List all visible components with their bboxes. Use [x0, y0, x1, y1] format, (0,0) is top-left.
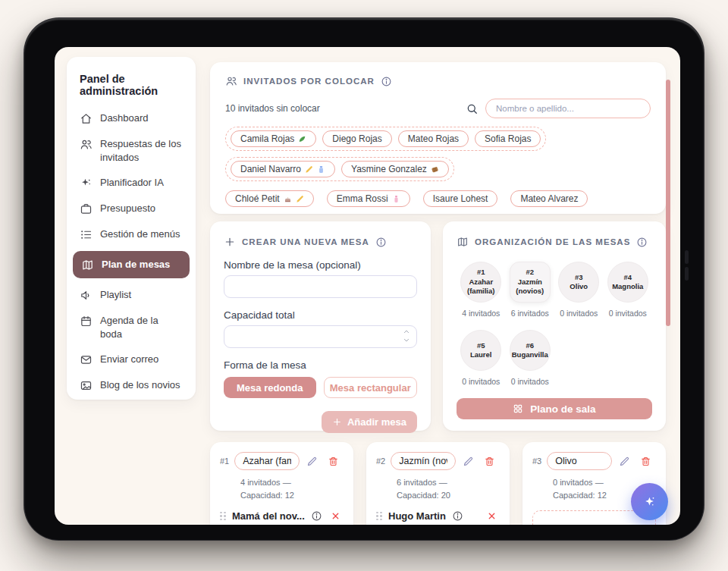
menu-list-icon [80, 228, 93, 241]
guest-chip[interactable]: Sofia Rojas [475, 130, 541, 147]
edit-table-button[interactable] [306, 456, 318, 467]
ai-assistant-fab[interactable] [631, 483, 668, 520]
guests-panel-title: INVITADOS POR COLOCAR [243, 77, 375, 86]
guest-chip-label: Sofia Rojas [485, 133, 531, 144]
table-tile-3[interactable]: #3 Olivo 0 invitados [554, 262, 604, 318]
add-table-button[interactable]: Añadir mesa [322, 411, 417, 433]
table-number: #2 [526, 268, 534, 277]
info-icon[interactable] [375, 237, 387, 248]
guest-family-group: Daniel Navarro Yasmine Gonzalez [225, 157, 454, 181]
guest-chip[interactable]: Diego Rojas [322, 130, 391, 147]
edit-table-button[interactable] [619, 456, 630, 467]
sidebar-item-enviar-correo[interactable]: Enviar correo [80, 353, 183, 366]
pencil-icon [619, 456, 630, 467]
table-guest-count: 0 invitados [462, 377, 500, 386]
table-name-input[interactable] [224, 275, 417, 298]
floor-plan-button-label: Plano de sala [530, 403, 595, 415]
table-card-name-input[interactable] [547, 452, 612, 470]
number-stepper[interactable] [403, 328, 410, 344]
sidebar-item-presupuesto[interactable]: Presupuesto [80, 202, 183, 215]
trash-icon [484, 456, 495, 467]
guest-chip[interactable]: Emma Rossi [327, 190, 410, 207]
organization-header: ORGANIZACIÓN DE LAS MESAS [457, 236, 652, 248]
tablet-volume-button [685, 267, 689, 281]
organization-title: ORGANIZACIÓN DE LAS MESAS [475, 237, 630, 246]
home-icon [80, 112, 93, 125]
sidebar-item-label: Planificador IA [100, 176, 164, 190]
table-subname: (familia) [467, 287, 494, 296]
image-icon [80, 379, 93, 392]
sidebar-item-label: Enviar correo [100, 353, 158, 366]
guest-chip[interactable]: Camila Rojas [231, 130, 316, 147]
sidebar-item-playlist[interactable]: Playlist [80, 288, 183, 302]
guest-chip[interactable]: Daniel Navarro [231, 161, 335, 177]
table-tile-1[interactable]: #1 Azahar (familia) 4 invitados [457, 262, 506, 318]
remove-guest-icon[interactable] [331, 511, 340, 521]
delete-table-button[interactable] [484, 456, 495, 467]
guest-chip-label: Camila Rojas [240, 133, 294, 144]
guest-chip-label: Mateo Rojas [408, 133, 459, 144]
floor-plan-button[interactable]: Plano de sala [457, 398, 652, 419]
sidebar-item-gestion-menus[interactable]: Gestión de menús [80, 227, 183, 241]
remove-guest-icon[interactable] [487, 511, 497, 521]
sidebar-item-label: Agenda de la boda [100, 314, 183, 340]
tables-grid: #1 Azahar (familia) 4 invitados #2 Jazmí… [457, 262, 652, 386]
table-name-label: Nombre de la mesa (opcional) [224, 259, 417, 271]
guest-chip[interactable]: Mateo Alvarez [510, 190, 588, 207]
guest-family-group: Camila Rojas Diego Rojas Mateo Rojas Sof… [225, 127, 546, 151]
info-icon[interactable] [311, 510, 322, 522]
unplaced-guests-count: 10 invitados sin colocar [225, 103, 320, 114]
sidebar-item-dashboard[interactable]: Dashboard [80, 111, 183, 125]
capacity-input[interactable] [224, 325, 417, 348]
table-tile-2[interactable]: #2 Jazmín (novios) 6 invitados [506, 262, 555, 318]
rectangular-table-button[interactable]: Mesa rectangular [324, 377, 418, 398]
scrollbar[interactable] [666, 80, 670, 326]
table-card-name-input[interactable] [234, 452, 300, 470]
info-icon[interactable] [381, 76, 392, 87]
info-icon[interactable] [452, 510, 463, 522]
sidebar: Panel de administración Dashboard Respue… [67, 57, 196, 400]
guest-single-chips-row: Chloé Petit Emma Rossi Isaure Lohest Mat… [225, 187, 588, 210]
delete-table-button[interactable] [328, 456, 339, 467]
table-tile-6[interactable]: #6 Buganvilla 0 invitados [506, 330, 555, 386]
seated-guest-row[interactable]: Hugo Martin [376, 510, 500, 522]
table-card-name-input[interactable] [391, 452, 456, 470]
sidebar-item-respuestas[interactable]: Respuestas de los invitados [80, 137, 183, 164]
guest-search-input[interactable] [485, 99, 651, 118]
guests-to-place-panel: INVITADOS POR COLOCAR 10 invitados sin c… [210, 62, 666, 214]
table-number: #3 [575, 273, 583, 282]
table-number: #5 [477, 341, 485, 350]
chevron-up-icon [403, 328, 410, 335]
guest-chip[interactable]: Chloé Petit [225, 190, 314, 207]
sidebar-item-label: Blog de los novios [100, 378, 180, 392]
guest-chip[interactable]: Mateo Rojas [398, 130, 469, 147]
table-number: #1 [477, 268, 485, 277]
seated-guest-row[interactable]: Mamá del nov... [220, 510, 344, 522]
guest-chip[interactable]: Isaure Lohest [423, 190, 498, 207]
round-table-button[interactable]: Mesa redonda [224, 377, 316, 398]
guest-chip-label: Diego Rojas [332, 133, 381, 144]
tablet-volume-button [685, 250, 689, 264]
drag-handle-icon[interactable] [220, 512, 226, 521]
edit-table-button[interactable] [463, 456, 474, 467]
sidebar-item-agenda[interactable]: Agenda de la boda [80, 314, 183, 340]
sidebar-item-label: Presupuesto [100, 202, 155, 215]
sidebar-item-plan-de-mesas[interactable]: Plan de mesas [73, 251, 190, 278]
drag-handle-icon[interactable] [376, 512, 382, 521]
info-icon[interactable] [636, 237, 648, 248]
delete-table-button[interactable] [640, 456, 651, 467]
table-card-number: #2 [376, 456, 385, 466]
table-guest-count: 0 invitados [511, 377, 549, 386]
table-guest-count: 0 invitados [609, 309, 647, 318]
sidebar-item-planificador-ia[interactable]: Planificador IA [80, 176, 183, 190]
guest-chip[interactable]: Yasmine Gonzalez [341, 161, 449, 177]
table-tile-5[interactable]: #5 Laurel 0 invitados [457, 330, 506, 386]
guest-chip-label: Isaure Lohest [433, 193, 488, 204]
table-tile-4[interactable]: #4 Magnolia 0 invitados [604, 262, 653, 318]
guest-chip-label: Chloé Petit [235, 193, 280, 204]
sidebar-item-blog[interactable]: Blog de los novios [80, 378, 183, 392]
table-name: Laurel [470, 350, 492, 359]
app-screen: Panel de administración Dashboard Respue… [55, 47, 680, 525]
speaker-icon [80, 289, 93, 302]
leaf-emoji-icon [298, 135, 306, 143]
